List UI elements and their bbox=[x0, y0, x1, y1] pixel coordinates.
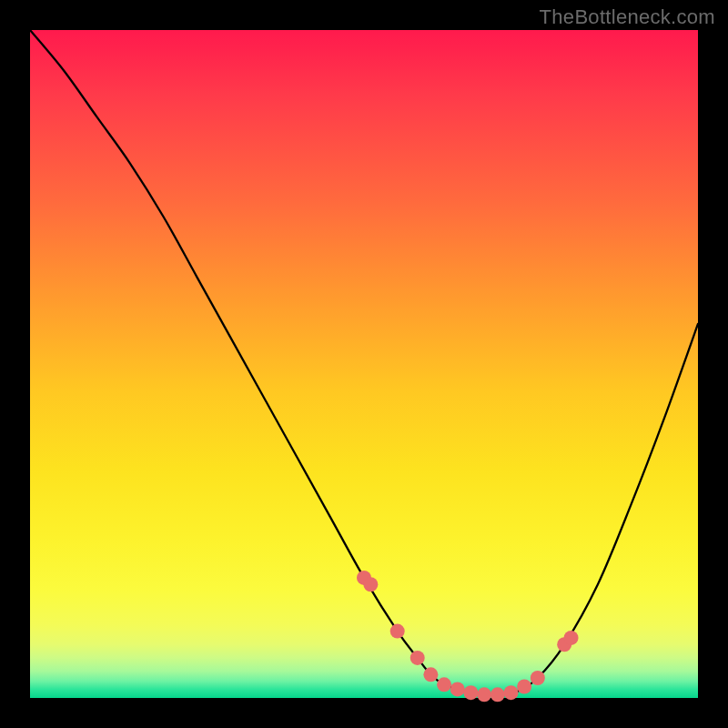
marker-dot bbox=[517, 680, 531, 694]
marker-dot bbox=[490, 687, 505, 702]
marker-dot bbox=[463, 685, 478, 700]
marker-dot bbox=[363, 577, 378, 592]
marker-dot bbox=[531, 671, 545, 685]
outer-frame: TheBottleneck.com bbox=[0, 0, 728, 728]
bottleneck-curve bbox=[30, 30, 698, 695]
marker-dot bbox=[423, 667, 438, 682]
curve-layer bbox=[30, 30, 698, 698]
marker-dot bbox=[477, 687, 491, 702]
marker-dot bbox=[503, 685, 518, 700]
marker-dot bbox=[390, 624, 405, 639]
watermark-text: TheBottleneck.com bbox=[540, 5, 715, 29]
marker-dot bbox=[450, 682, 465, 696]
marker-dot bbox=[564, 631, 579, 645]
marker-dot bbox=[410, 651, 425, 665]
marker-group bbox=[357, 571, 579, 702]
marker-dot bbox=[437, 677, 451, 692]
plot-area bbox=[30, 30, 698, 698]
